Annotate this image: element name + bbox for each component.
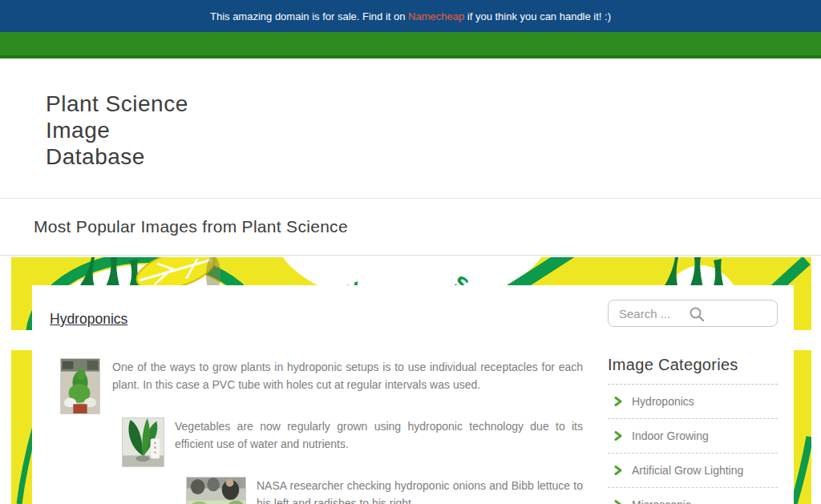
item-caption: NASA researcher checking hydroponic onio… — [257, 477, 583, 504]
item-thumbnail-leafy-vegetable[interactable] — [122, 417, 164, 467]
image-list: One of the ways to grow plants in hydrop… — [50, 358, 603, 504]
main-column: Hydroponics — [32, 285, 603, 504]
category-item-microscopic[interactable]: Microscopic — [608, 488, 778, 504]
item-caption: One of the ways to grow plants in hydrop… — [112, 358, 583, 393]
site-header: Plant Science Image Database — [0, 58, 821, 199]
hydroponics-heading-link[interactable]: Hydroponics — [50, 309, 127, 329]
search-box — [608, 300, 778, 327]
page-title: Most Popular Images from Plant Science — [34, 217, 348, 236]
search-icon[interactable] — [689, 306, 705, 322]
item-caption: Vegetables are now regularly grown using… — [175, 417, 583, 453]
nav-bar — [0, 32, 821, 58]
list-item: One of the ways to grow plants in hydrop… — [60, 358, 603, 414]
content-area: A L P E S Hydroponics — [0, 256, 821, 504]
category-item-indoor-growing[interactable]: Indoor Growing — [608, 419, 778, 454]
namecheap-link[interactable]: Namecheap — [408, 10, 464, 22]
domain-sale-banner: This amazing domain is for sale. Find it… — [0, 0, 821, 32]
chevron-right-icon — [614, 397, 623, 406]
chevron-right-icon — [614, 500, 623, 504]
section-title-bar: Most Popular Images from Plant Science — [0, 199, 821, 256]
site-title[interactable]: Plant Science Image Database — [46, 91, 188, 170]
chevron-right-icon — [614, 431, 623, 441]
item-thumbnail-nasa-researcher[interactable] — [186, 477, 246, 504]
sidebar: Image Categories Hydroponics Indoor Grow… — [608, 300, 778, 504]
category-list: Hydroponics Indoor Growing Artificial Gr… — [608, 385, 778, 504]
site-title-line: Plant Science — [46, 91, 188, 117]
list-item: NASA researcher checking hydroponic onio… — [186, 477, 603, 504]
item-thumbnail-pvc-tube[interactable] — [60, 358, 100, 414]
content-card: Hydroponics — [32, 285, 794, 504]
category-item-hydroponics[interactable]: Hydroponics — [608, 385, 778, 419]
site-title-line: Database — [46, 143, 188, 170]
sale-banner-text-after: if you think you can handle it! :) — [464, 10, 611, 22]
sale-banner-text-before: This amazing domain is for sale. Find it… — [210, 10, 408, 22]
category-label: Artificial Grow Lighting — [632, 464, 743, 477]
category-label: Microscopic — [632, 498, 691, 504]
category-item-artificial-grow-lighting[interactable]: Artificial Grow Lighting — [608, 454, 778, 488]
list-item: Vegetables are now regularly grown using… — [122, 417, 603, 467]
chevron-right-icon — [614, 466, 623, 475]
site-title-line: Image — [46, 117, 188, 143]
category-label: Hydroponics — [632, 395, 694, 408]
image-categories-title: Image Categories — [608, 356, 778, 385]
category-label: Indoor Growing — [632, 429, 709, 442]
